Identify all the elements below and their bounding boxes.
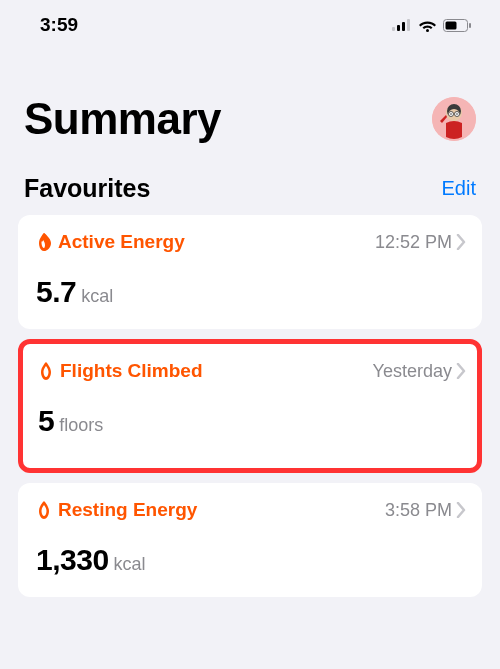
card-time: 12:52 PM <box>375 232 452 253</box>
cards-container: Active Energy 12:52 PM 5.7 kcal Flights … <box>0 215 500 597</box>
flame-icon <box>36 233 52 251</box>
status-icons <box>392 19 472 32</box>
chevron-right-icon <box>456 363 466 379</box>
card-unit: kcal <box>114 554 146 575</box>
card-value: 1,330 <box>36 543 109 577</box>
page-title: Summary <box>24 94 221 144</box>
svg-rect-0 <box>392 27 395 31</box>
card-time-group: 12:52 PM <box>375 232 466 253</box>
svg-rect-1 <box>397 25 400 31</box>
card-title-group: Active Energy <box>36 231 185 253</box>
card-time: 3:58 PM <box>385 500 452 521</box>
svg-rect-6 <box>446 21 457 29</box>
card-header: Resting Energy 3:58 PM <box>36 499 466 521</box>
card-header: Active Energy 12:52 PM <box>36 231 466 253</box>
card-value-row: 5 floors <box>38 404 466 438</box>
card-value: 5.7 <box>36 275 76 309</box>
card-time: Yesterday <box>373 361 452 382</box>
svg-point-15 <box>456 113 458 115</box>
section-title: Favourites <box>24 174 150 203</box>
card-value-row: 1,330 kcal <box>36 543 466 577</box>
section-header: Favourites Edit <box>0 164 500 215</box>
chevron-right-icon <box>456 502 466 518</box>
card-time-group: 3:58 PM <box>385 500 466 521</box>
card-title-group: Resting Energy <box>36 499 197 521</box>
status-bar: 3:59 <box>0 0 500 44</box>
card-header: Flights Climbed Yesterday <box>38 360 466 382</box>
card-resting-energy[interactable]: Resting Energy 3:58 PM 1,330 kcal <box>18 483 482 597</box>
avatar[interactable] <box>432 97 476 141</box>
flame-icon <box>38 362 54 380</box>
card-title: Resting Energy <box>58 499 197 521</box>
svg-rect-3 <box>407 19 410 31</box>
card-unit: floors <box>59 415 103 436</box>
wifi-icon <box>418 19 437 32</box>
edit-button[interactable]: Edit <box>442 177 476 200</box>
flame-icon <box>36 501 52 519</box>
card-title: Active Energy <box>58 231 185 253</box>
card-time-group: Yesterday <box>373 361 466 382</box>
svg-point-14 <box>450 113 452 115</box>
svg-point-4 <box>426 29 429 32</box>
signal-icon <box>392 19 412 31</box>
svg-rect-2 <box>402 22 405 31</box>
card-value-row: 5.7 kcal <box>36 275 466 309</box>
card-active-energy[interactable]: Active Energy 12:52 PM 5.7 kcal <box>18 215 482 329</box>
card-value: 5 <box>38 404 54 438</box>
svg-rect-7 <box>469 23 471 28</box>
card-flights-climbed[interactable]: Flights Climbed Yesterday 5 floors <box>18 339 482 473</box>
card-unit: kcal <box>81 286 113 307</box>
status-time: 3:59 <box>40 14 78 36</box>
card-title-group: Flights Climbed <box>38 360 203 382</box>
chevron-right-icon <box>456 234 466 250</box>
header-row: Summary <box>0 44 500 164</box>
battery-icon <box>443 19 472 32</box>
card-title: Flights Climbed <box>60 360 203 382</box>
